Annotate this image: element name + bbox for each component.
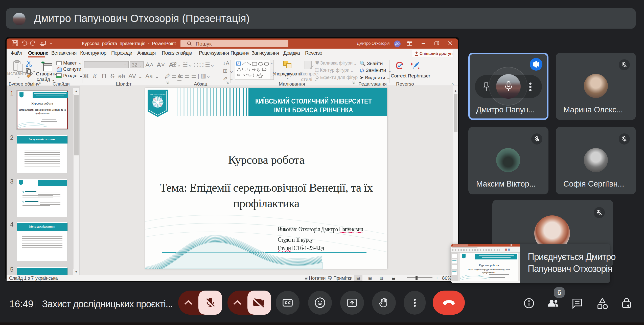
svg-text:КИЇВСЬКИЙ СТОЛИЧНИЙ: КИЇВСЬКИЙ СТОЛИЧНИЙ (150, 94, 166, 95)
svg-text:УНІВЕРСИТЕТ: УНІВЕРСИТЕТ (153, 96, 162, 97)
svg-text:A: A (237, 62, 239, 65)
